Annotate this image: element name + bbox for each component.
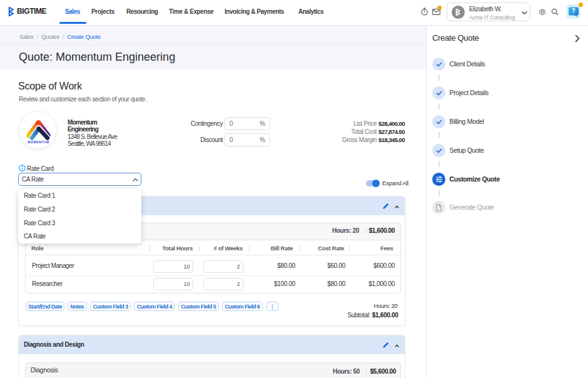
svg-text:MOMENTUM: MOMENTUM	[28, 140, 49, 144]
svg-text:?: ?	[572, 8, 575, 14]
